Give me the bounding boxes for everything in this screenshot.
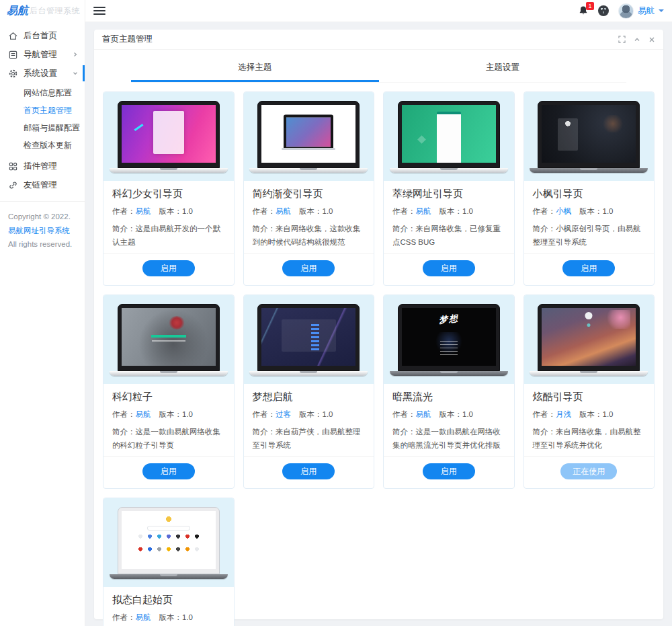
collapse-icon[interactable] (634, 36, 640, 43)
theme-author[interactable]: 过客 (276, 410, 291, 418)
notification-badge: 1 (586, 2, 594, 10)
author-label: 作者： (112, 207, 136, 215)
submenu-item-mail-config[interactable]: 邮箱与提醒配置 (0, 119, 85, 136)
version-label: 版本： (159, 207, 183, 215)
apply-button[interactable]: 启用 (423, 260, 475, 276)
desc-label: 简介： (533, 225, 556, 233)
submenu-item-check-update[interactable]: 检查版本更新 (0, 136, 85, 154)
hamburger-icon[interactable] (93, 5, 106, 17)
theme-version: 1.0 (603, 410, 614, 418)
author-label: 作者： (112, 613, 136, 621)
tab-theme-settings[interactable]: 主题设置 (379, 54, 627, 82)
desc-label: 简介： (112, 428, 136, 436)
theme-card: 科幻粒子 作者：易航版本：1.0 简介：这是一款由易航网络收集的科幻粒子引导页 … (103, 295, 235, 489)
theme-info: 科幻少女引导页 作者：易航版本：1.0 简介：这是由易航开发的一个默认主题 (103, 181, 234, 253)
theme-card: 梦想启航 作者：过客版本：1.0 简介：来自葫芦侠，由易航整理至引导系统 启用 (243, 295, 375, 489)
panel-header: 首页主题管理 (94, 30, 663, 50)
desc-label: 简介： (392, 225, 416, 233)
notification-bell[interactable]: 1 (578, 5, 589, 16)
apply-button[interactable]: 启用 (282, 260, 335, 276)
sidebar-item-friend-links[interactable]: 友链管理 (0, 175, 85, 194)
sidebar-item-navigation[interactable]: 导航管理 (0, 45, 85, 64)
laptop-mockup (530, 101, 648, 173)
panel-controls (618, 36, 655, 43)
tab-bar: 选择主题 主题设置 (131, 54, 626, 83)
theme-meta: 作者：易航版本：1.0 (112, 206, 225, 217)
theme-card-footer: 正在使用 (524, 456, 655, 488)
theme-title: 简约渐变引导页 (253, 188, 366, 200)
theme-desc: 简介：来自葫芦侠，由易航整理至引导系统 (253, 425, 366, 453)
theme-version: 1.0 (603, 207, 614, 215)
theme-author[interactable]: 易航 (416, 410, 431, 418)
theme-thumbnail: 梦想 (384, 295, 514, 384)
theme-title: 科幻粒子 (112, 391, 225, 403)
theme-title: 拟态白起始页 (112, 594, 225, 607)
theme-palette-icon[interactable] (598, 5, 609, 16)
laptop-mockup (110, 507, 228, 579)
theme-author[interactable]: 月浅 (556, 410, 571, 418)
author-label: 作者： (533, 207, 556, 215)
sidebar-item-dashboard[interactable]: 后台首页 (0, 26, 85, 45)
theme-version: 1.0 (182, 410, 193, 418)
theme-title: 暗黑流光 (392, 391, 505, 403)
theme-author[interactable]: 易航 (136, 613, 151, 621)
theme-meta: 作者：月浅版本：1.0 (533, 409, 646, 420)
laptop-mockup (249, 101, 368, 173)
user-menu[interactable]: 易航 (618, 3, 664, 19)
theme-thumbnail (103, 498, 234, 587)
theme-info: 暗黑流光 作者：易航版本：1.0 简介：这是一款由易航在网络收集的暗黑流光引导页… (384, 384, 514, 456)
theme-author[interactable]: 易航 (136, 207, 151, 215)
theme-title: 炫酷引导页 (533, 391, 646, 403)
submenu-item-theme-manage[interactable]: 首页主题管理 (0, 102, 85, 119)
theme-info: 萃绿网址引导页 作者：易航版本：1.0 简介：来自网络收集，已修复重点CSS B… (384, 181, 514, 253)
theme-thumbnail (244, 295, 374, 384)
theme-info: 拟态白起始页 作者：易航版本：1.0 简介：来自网络收集 (103, 587, 234, 626)
submenu-item-site-info[interactable]: 网站信息配置 (0, 84, 85, 102)
theme-author[interactable]: 小枫 (556, 207, 571, 215)
version-label: 版本： (299, 410, 323, 418)
laptop-mockup (110, 304, 228, 376)
avatar (618, 3, 634, 19)
copyright-prefix: Copyright © 2022. (8, 212, 71, 221)
theme-card-footer: 启用 (524, 253, 655, 285)
caret-down-icon (659, 9, 664, 12)
version-label: 版本： (439, 207, 463, 215)
theme-title: 梦想启航 (253, 391, 366, 403)
apply-button[interactable]: 启用 (282, 463, 335, 479)
content-area: 首页主题管理 选择主题 主题设置 (85, 22, 672, 626)
theme-author[interactable]: 易航 (416, 207, 431, 215)
theme-thumbnail (103, 92, 234, 181)
version-label: 版本： (159, 410, 183, 418)
theme-card-footer: 启用 (103, 456, 234, 488)
theme-card-footer: 启用 (384, 253, 514, 285)
theme-author[interactable]: 易航 (276, 207, 291, 215)
sidebar-item-plugins[interactable]: 插件管理 (0, 157, 85, 175)
apply-button[interactable]: 启用 (142, 260, 195, 276)
theme-card-footer: 启用 (244, 456, 374, 488)
close-icon[interactable] (648, 36, 655, 43)
version-label: 版本： (579, 410, 603, 418)
apply-button[interactable]: 启用 (142, 463, 195, 479)
copyright-link[interactable]: 易航网址引导系统 (8, 227, 70, 235)
theme-card: 萃绿网址引导页 作者：易航版本：1.0 简介：来自网络收集，已修复重点CSS B… (383, 91, 515, 286)
version-label: 版本： (439, 410, 463, 418)
theme-card: 简约渐变引导页 作者：易航版本：1.0 简介：来自网络收集，这款收集到的时候代码… (243, 91, 375, 286)
app-logo[interactable]: 易航 后台管理系统 (0, 0, 85, 22)
theme-manage-panel: 首页主题管理 选择主题 主题设置 (94, 30, 663, 619)
author-label: 作者： (392, 410, 416, 418)
chevron-right-icon (73, 52, 78, 57)
fullscreen-icon[interactable] (618, 36, 626, 43)
apply-button[interactable]: 启用 (423, 463, 475, 479)
theme-card: 炫酷引导页 作者：月浅版本：1.0 简介：来自网络收集，由易航整理至引导系统并优… (523, 295, 655, 489)
theme-info: 简约渐变引导页 作者：易航版本：1.0 简介：来自网络收集，这款收集到的时候代码… (244, 181, 374, 253)
theme-desc: 简介：来自网络收集，已修复重点CSS BUG (392, 222, 505, 250)
apply-button[interactable]: 启用 (562, 260, 615, 276)
theme-desc: 简介：小枫原创引导页，由易航整理至引导系统 (533, 222, 646, 250)
app-window: 易航 后台管理系统 后台首页 导航管理 (0, 0, 672, 626)
sidebar-item-label: 友链管理 (24, 180, 57, 191)
theme-author[interactable]: 易航 (136, 410, 151, 418)
sidebar-item-system-settings[interactable]: 系统设置 (0, 64, 85, 83)
in-use-button[interactable]: 正在使用 (560, 463, 617, 479)
tab-select-theme[interactable]: 选择主题 (131, 54, 379, 82)
desc-label: 简介： (253, 225, 276, 233)
